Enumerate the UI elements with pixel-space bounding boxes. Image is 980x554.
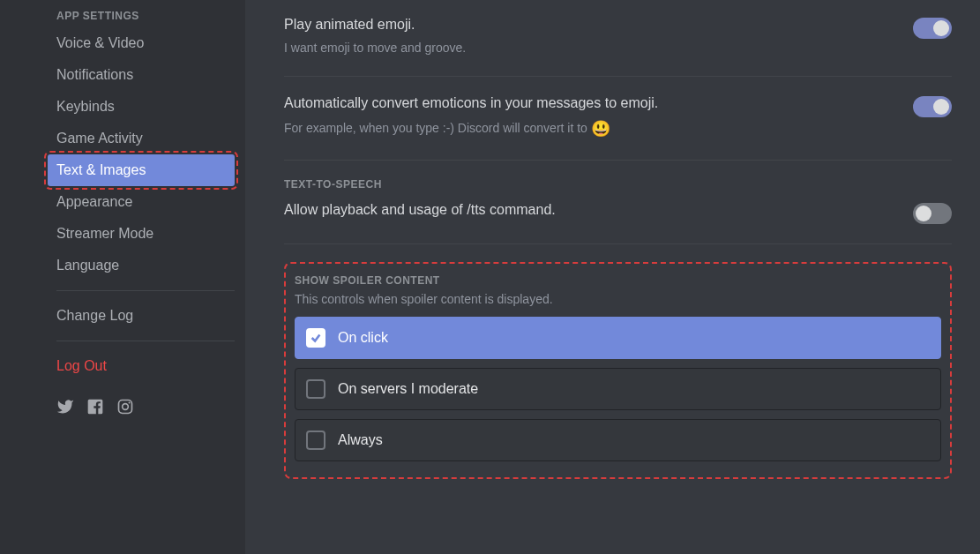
smile-emoji-icon: 😃 (591, 118, 610, 140)
checkbox-icon (306, 379, 325, 399)
svg-point-2 (129, 401, 131, 403)
content: Play animated emoji. I want emoji to mov… (245, 0, 980, 554)
toggle-tts[interactable] (913, 203, 952, 224)
divider (284, 76, 952, 77)
spoiler-option-always[interactable]: Always (295, 419, 941, 461)
spoiler-desc: This controls when spoiler content is di… (295, 292, 941, 306)
sidebar-item-keybinds[interactable]: Keybinds (48, 91, 235, 123)
facebook-icon[interactable] (86, 398, 104, 419)
spoiler-content-panel: Show Spoiler Content This controls when … (284, 262, 952, 479)
category-header-tts: Text-to-Speech (284, 178, 952, 191)
setting-convert-emoticons: Automatically convert emoticons in your … (284, 94, 952, 140)
sidebar-item-change-log[interactable]: Change Log (48, 300, 235, 332)
svg-point-1 (123, 404, 129, 410)
instagram-icon[interactable] (116, 398, 134, 419)
toggle-convert-emoticons[interactable] (913, 96, 952, 117)
option-label: On servers I moderate (338, 381, 478, 397)
sidebar-item-streamer-mode[interactable]: Streamer Mode (48, 218, 235, 250)
sidebar-divider (56, 290, 235, 291)
checkbox-icon (306, 328, 325, 348)
category-header-spoiler: Show Spoiler Content (295, 274, 941, 287)
sidebar-item-text-images[interactable]: Text & Images (48, 154, 235, 186)
sidebar-item-language[interactable]: Language (48, 250, 235, 281)
spoiler-option-servers-moderated[interactable]: On servers I moderate (295, 368, 941, 410)
divider (284, 160, 952, 161)
divider (284, 243, 952, 244)
setting-label: Automatically convert emoticons in your … (284, 94, 902, 113)
option-label: Always (338, 432, 383, 448)
sidebar-item-notifications[interactable]: Notifications (48, 59, 235, 91)
sidebar-item-game-activity[interactable]: Game Activity (48, 123, 235, 154)
setting-desc-text: For example, when you type :-) Discord w… (284, 121, 591, 135)
social-links (56, 398, 235, 419)
sidebar-item-log-out[interactable]: Log Out (48, 350, 235, 382)
sidebar-item-appearance[interactable]: Appearance (48, 186, 235, 218)
checkbox-icon (306, 430, 325, 450)
setting-desc: I want emoji to move and groove. (284, 40, 902, 57)
option-label: On click (338, 330, 388, 346)
spoiler-option-on-click[interactable]: On click (295, 317, 941, 359)
sidebar-item-voice-video[interactable]: Voice & Video (48, 27, 235, 59)
setting-animated-emoji: Play animated emoji. I want emoji to mov… (284, 16, 952, 56)
sidebar: App Settings Voice & Video Notifications… (0, 0, 245, 554)
setting-label: Play animated emoji. (284, 16, 902, 34)
setting-desc: For example, when you type :-) Discord w… (284, 118, 902, 140)
twitter-icon[interactable] (56, 398, 74, 419)
setting-tts: Allow playback and usage of /tts command… (284, 201, 952, 224)
setting-label: Allow playback and usage of /tts command… (284, 201, 902, 220)
toggle-animated-emoji[interactable] (913, 18, 952, 39)
sidebar-section-header: App Settings (56, 10, 235, 22)
sidebar-divider (56, 341, 235, 341)
